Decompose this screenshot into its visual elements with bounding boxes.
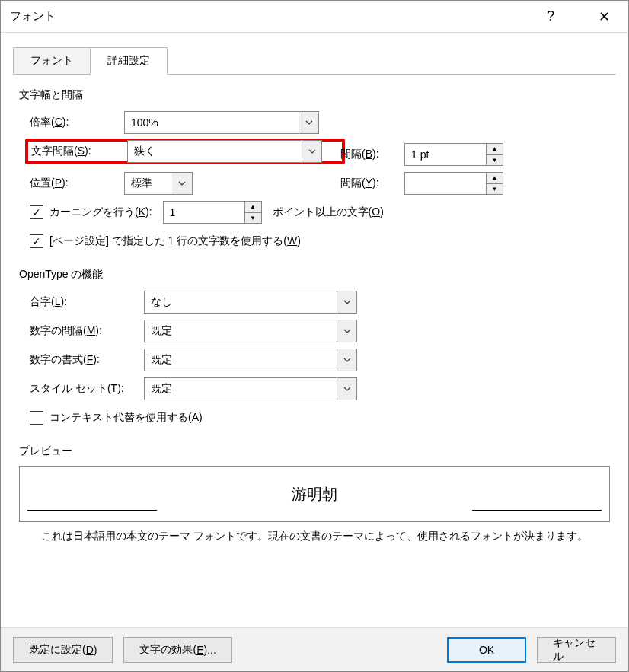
grid-label: [ページ設定] で指定した 1 行の文字数を使用する(W) — [49, 234, 301, 248]
tab-content-advanced: 文字幅と間隔 倍率(C): 100% 文字間隔(S): 狭く 間隔(B): — [13, 74, 616, 627]
by2-spinner[interactable]: ▲▼ — [404, 172, 503, 195]
styleset-value: 既定 — [145, 382, 337, 396]
set-default-button[interactable]: 既定に設定(D) — [13, 637, 113, 663]
spacing-label: 文字間隔(S): — [31, 145, 127, 158]
grid-checkbox[interactable]: ✓ [ページ設定] で指定した 1 行の文字数を使用する(W) — [30, 234, 301, 248]
by-label: 間隔(B): — [340, 148, 404, 161]
numforms-label: 数字の書式(F): — [30, 353, 144, 367]
tab-advanced[interactable]: 詳細設定 — [91, 47, 168, 75]
by-value: 1 pt — [405, 148, 486, 161]
chevron-down-icon — [337, 320, 356, 342]
kerning-checkbox[interactable]: ✓ カーニングを行う(K): — [30, 205, 152, 219]
numspacing-label: 数字の間隔(M): — [30, 324, 144, 338]
kerning-tail-label: ポイント以上の文字(O) — [273, 205, 384, 219]
preview-box: 游明朝 — [19, 466, 610, 522]
chevron-down-icon — [337, 349, 356, 371]
tab-strip: フォント 詳細設定 — [13, 46, 628, 74]
spin-up-icon[interactable]: ▲ — [487, 144, 503, 155]
position-value: 標準 — [125, 177, 172, 190]
spacing-row-highlight: 文字間隔(S): 狭く — [25, 139, 345, 164]
preview-note: これは日本語用の本文のテーマ フォントです。現在の文書のテーマによって、使用され… — [19, 530, 610, 543]
by-spinner[interactable]: 1 pt ▲▼ — [404, 143, 503, 166]
kerning-value: 1 — [164, 206, 244, 218]
spin-up-icon[interactable]: ▲ — [245, 202, 261, 213]
by2-label: 間隔(Y): — [340, 177, 404, 190]
preview-underline — [472, 510, 602, 511]
text-effects-button[interactable]: 文字の効果(E)... — [123, 637, 231, 663]
numspacing-combo[interactable]: 既定 — [144, 320, 357, 342]
spacing-group: 倍率(C): 100% 文字間隔(S): 狭く 間隔(B): 1 pt ▲▼ — [19, 110, 610, 268]
spacing-combo[interactable]: 狭く — [127, 140, 322, 163]
tab-font[interactable]: フォント — [13, 47, 91, 75]
styleset-combo[interactable]: 既定 — [144, 377, 357, 400]
preview-text: 游明朝 — [292, 484, 337, 505]
chevron-down-icon — [302, 141, 321, 162]
dialog-title: フォント — [10, 9, 56, 24]
styleset-label: スタイル セット(T): — [30, 382, 144, 396]
cancel-button[interactable]: キャンセル — [537, 637, 616, 663]
chevron-down-icon — [337, 291, 356, 313]
font-dialog: フォント ? ✕ フォント 詳細設定 文字幅と間隔 倍率(C): 100% 文字… — [0, 0, 629, 672]
ligatures-combo[interactable]: なし — [144, 291, 357, 314]
ligatures-label: 合字(L): — [30, 295, 144, 309]
check-icon: ✓ — [30, 234, 43, 248]
titlebar: フォント ? ✕ — [1, 1, 628, 33]
check-icon — [30, 411, 43, 425]
scale-label: 倍率(C): — [30, 116, 124, 129]
spacing-value: 狭く — [128, 145, 302, 158]
spin-down-icon[interactable]: ▼ — [487, 155, 503, 166]
position-combo[interactable]: 標準 — [124, 172, 193, 195]
numforms-value: 既定 — [145, 353, 337, 367]
opentype-group-label: OpenType の機能 — [19, 268, 610, 282]
chevron-down-icon — [172, 173, 192, 194]
numforms-combo[interactable]: 既定 — [144, 349, 357, 371]
kerning-spinner[interactable]: 1 ▲▼ — [163, 201, 262, 224]
dialog-footer: 既定に設定(D) 文字の効果(E)... OK キャンセル — [1, 627, 628, 671]
spin-down-icon[interactable]: ▼ — [245, 213, 261, 224]
numspacing-value: 既定 — [145, 324, 337, 338]
scale-combo[interactable]: 100% — [124, 111, 319, 134]
ligatures-value: なし — [145, 295, 337, 309]
preview-underline — [27, 510, 157, 511]
close-button[interactable]: ✕ — [589, 5, 619, 28]
spacing-group-label: 文字幅と間隔 — [19, 88, 610, 102]
contextual-label: コンテキスト代替を使用する(A) — [49, 411, 203, 425]
chevron-down-icon — [337, 378, 356, 400]
ok-button[interactable]: OK — [447, 637, 526, 663]
preview-label: プレビュー — [19, 444, 610, 458]
position-label: 位置(P): — [30, 177, 124, 190]
opentype-group: 合字(L): なし 数字の間隔(M): 既定 数字の書式(F): 既定 — [19, 289, 610, 444]
spin-up-icon[interactable]: ▲ — [487, 173, 503, 184]
help-button[interactable]: ? — [535, 5, 566, 28]
kerning-label: カーニングを行う(K): — [49, 205, 152, 219]
check-icon: ✓ — [30, 205, 43, 219]
chevron-down-icon — [299, 112, 318, 133]
spin-down-icon[interactable]: ▼ — [487, 184, 503, 195]
contextual-checkbox[interactable]: コンテキスト代替を使用する(A) — [30, 411, 203, 425]
scale-value: 100% — [125, 116, 299, 129]
